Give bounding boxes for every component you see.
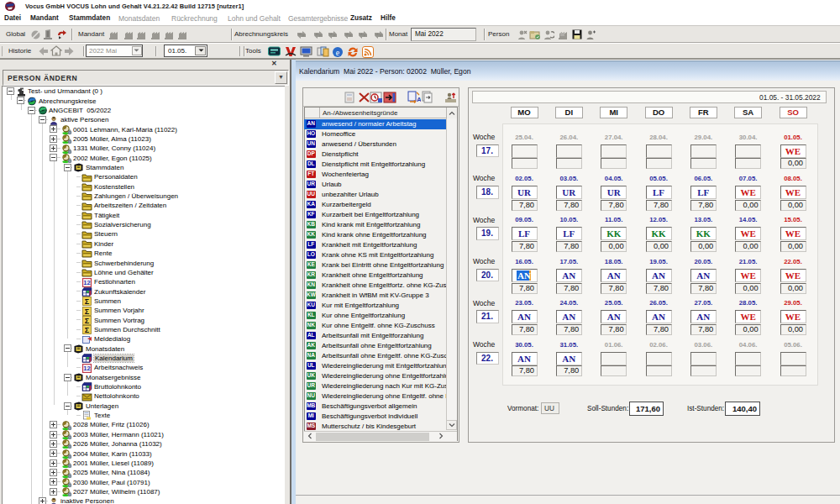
svg-text:12: 12 bbox=[83, 279, 90, 286]
svg-text:Σ: Σ bbox=[85, 297, 90, 306]
svg-text:e: e bbox=[336, 48, 340, 57]
svg-text:Σ: Σ bbox=[85, 307, 90, 315]
svg-text:Σ: Σ bbox=[85, 317, 90, 325]
svg-text:Σ: Σ bbox=[85, 326, 90, 334]
svg-text:12: 12 bbox=[83, 365, 90, 372]
